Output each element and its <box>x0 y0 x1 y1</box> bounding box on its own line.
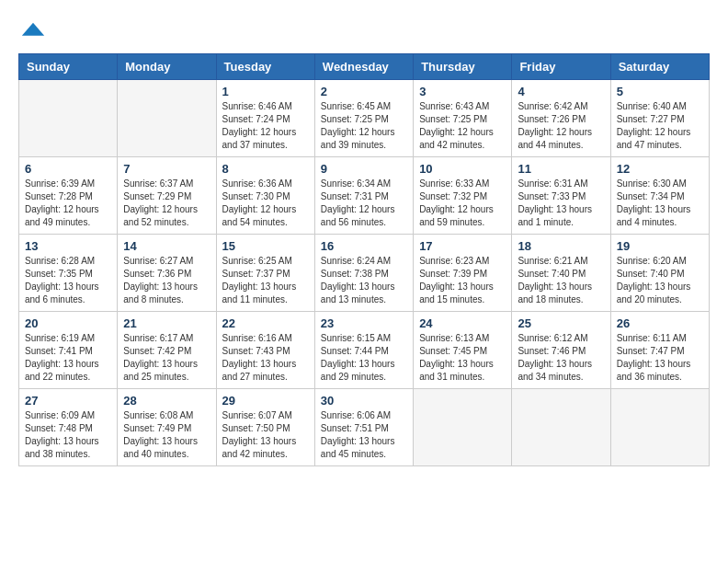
day-number: 27 <box>25 394 111 408</box>
day-number: 1 <box>222 85 309 98</box>
day-number: 28 <box>123 394 210 408</box>
day-number: 14 <box>123 239 210 253</box>
calendar-cell: 17Sunrise: 6:23 AM Sunset: 7:39 PM Dayli… <box>414 235 512 312</box>
calendar-table: SundayMondayTuesdayWednesdayThursdayFrid… <box>18 53 710 466</box>
day-info: Sunrise: 6:37 AM Sunset: 7:29 PM Dayligh… <box>123 178 210 229</box>
calendar-cell: 1Sunrise: 6:46 AM Sunset: 7:24 PM Daylig… <box>216 80 314 157</box>
calendar-cell <box>19 80 118 157</box>
calendar-cell: 14Sunrise: 6:27 AM Sunset: 7:36 PM Dayli… <box>118 235 216 312</box>
day-number: 4 <box>518 85 604 98</box>
day-info: Sunrise: 6:06 AM Sunset: 7:51 PM Dayligh… <box>321 409 407 461</box>
day-number: 29 <box>222 394 309 408</box>
calendar-cell <box>610 389 709 466</box>
calendar-week-1: 1Sunrise: 6:46 AM Sunset: 7:24 PM Daylig… <box>19 80 710 157</box>
calendar-cell: 6Sunrise: 6:39 AM Sunset: 7:28 PM Daylig… <box>19 157 118 235</box>
page-header <box>18 18 710 44</box>
calendar-week-5: 27Sunrise: 6:09 AM Sunset: 7:48 PM Dayli… <box>19 389 710 466</box>
calendar-cell <box>118 80 216 157</box>
day-info: Sunrise: 6:34 AM Sunset: 7:31 PM Dayligh… <box>321 178 407 229</box>
day-number: 26 <box>617 316 703 330</box>
calendar-cell: 19Sunrise: 6:20 AM Sunset: 7:40 PM Dayli… <box>610 235 709 312</box>
calendar-cell: 9Sunrise: 6:34 AM Sunset: 7:31 PM Daylig… <box>314 157 413 235</box>
day-number: 17 <box>419 239 506 253</box>
day-info: Sunrise: 6:07 AM Sunset: 7:50 PM Dayligh… <box>222 409 309 461</box>
logo-icon <box>20 18 46 44</box>
day-number: 24 <box>419 316 506 330</box>
calendar-header-row: SundayMondayTuesdayWednesdayThursdayFrid… <box>19 54 710 80</box>
calendar-cell: 29Sunrise: 6:07 AM Sunset: 7:50 PM Dayli… <box>216 389 314 466</box>
day-info: Sunrise: 6:46 AM Sunset: 7:24 PM Dayligh… <box>222 100 309 152</box>
day-number: 30 <box>321 394 407 408</box>
calendar-cell <box>512 389 610 466</box>
day-number: 21 <box>123 316 210 330</box>
calendar-cell: 3Sunrise: 6:43 AM Sunset: 7:25 PM Daylig… <box>414 80 512 157</box>
day-info: Sunrise: 6:25 AM Sunset: 7:37 PM Dayligh… <box>222 255 309 306</box>
calendar-cell: 4Sunrise: 6:42 AM Sunset: 7:26 PM Daylig… <box>512 80 610 157</box>
calendar-cell: 30Sunrise: 6:06 AM Sunset: 7:51 PM Dayli… <box>314 389 413 466</box>
calendar-cell: 22Sunrise: 6:16 AM Sunset: 7:43 PM Dayli… <box>216 312 314 389</box>
calendar-cell: 13Sunrise: 6:28 AM Sunset: 7:35 PM Dayli… <box>19 235 118 312</box>
day-info: Sunrise: 6:36 AM Sunset: 7:30 PM Dayligh… <box>222 178 309 229</box>
day-number: 6 <box>25 162 111 176</box>
calendar-cell: 18Sunrise: 6:21 AM Sunset: 7:40 PM Dayli… <box>512 235 610 312</box>
day-info: Sunrise: 6:42 AM Sunset: 7:26 PM Dayligh… <box>518 100 604 152</box>
day-info: Sunrise: 6:33 AM Sunset: 7:32 PM Dayligh… <box>419 178 506 229</box>
logo <box>18 18 46 44</box>
day-info: Sunrise: 6:12 AM Sunset: 7:46 PM Dayligh… <box>518 332 604 384</box>
day-info: Sunrise: 6:24 AM Sunset: 7:38 PM Dayligh… <box>321 255 407 306</box>
day-info: Sunrise: 6:40 AM Sunset: 7:27 PM Dayligh… <box>617 100 703 152</box>
calendar-cell: 28Sunrise: 6:08 AM Sunset: 7:49 PM Dayli… <box>118 389 216 466</box>
day-header-thursday: Thursday <box>414 54 512 80</box>
day-header-wednesday: Wednesday <box>314 54 413 80</box>
day-info: Sunrise: 6:11 AM Sunset: 7:47 PM Dayligh… <box>617 332 703 384</box>
day-info: Sunrise: 6:08 AM Sunset: 7:49 PM Dayligh… <box>123 409 210 461</box>
calendar-cell: 20Sunrise: 6:19 AM Sunset: 7:41 PM Dayli… <box>19 312 118 389</box>
calendar-cell: 25Sunrise: 6:12 AM Sunset: 7:46 PM Dayli… <box>512 312 610 389</box>
calendar-cell: 23Sunrise: 6:15 AM Sunset: 7:44 PM Dayli… <box>314 312 413 389</box>
day-number: 7 <box>123 162 210 176</box>
calendar-cell: 27Sunrise: 6:09 AM Sunset: 7:48 PM Dayli… <box>19 389 118 466</box>
day-number: 8 <box>222 162 309 176</box>
calendar-cell: 24Sunrise: 6:13 AM Sunset: 7:45 PM Dayli… <box>414 312 512 389</box>
day-info: Sunrise: 6:20 AM Sunset: 7:40 PM Dayligh… <box>617 255 703 306</box>
day-info: Sunrise: 6:43 AM Sunset: 7:25 PM Dayligh… <box>419 100 506 152</box>
calendar-cell: 26Sunrise: 6:11 AM Sunset: 7:47 PM Dayli… <box>610 312 709 389</box>
day-number: 25 <box>518 316 604 330</box>
day-info: Sunrise: 6:19 AM Sunset: 7:41 PM Dayligh… <box>25 332 111 384</box>
day-info: Sunrise: 6:09 AM Sunset: 7:48 PM Dayligh… <box>25 409 111 461</box>
calendar-cell: 8Sunrise: 6:36 AM Sunset: 7:30 PM Daylig… <box>216 157 314 235</box>
day-number: 9 <box>321 162 407 176</box>
day-info: Sunrise: 6:27 AM Sunset: 7:36 PM Dayligh… <box>123 255 210 306</box>
calendar-cell: 7Sunrise: 6:37 AM Sunset: 7:29 PM Daylig… <box>118 157 216 235</box>
svg-marker-0 <box>22 23 44 36</box>
calendar-week-3: 13Sunrise: 6:28 AM Sunset: 7:35 PM Dayli… <box>19 235 710 312</box>
day-info: Sunrise: 6:17 AM Sunset: 7:42 PM Dayligh… <box>123 332 210 384</box>
day-header-sunday: Sunday <box>19 54 118 80</box>
calendar-week-4: 20Sunrise: 6:19 AM Sunset: 7:41 PM Dayli… <box>19 312 710 389</box>
day-number: 15 <box>222 239 309 253</box>
day-header-tuesday: Tuesday <box>216 54 314 80</box>
day-number: 18 <box>518 239 604 253</box>
calendar-cell: 10Sunrise: 6:33 AM Sunset: 7:32 PM Dayli… <box>414 157 512 235</box>
day-number: 12 <box>617 162 703 176</box>
day-number: 16 <box>321 239 407 253</box>
day-number: 23 <box>321 316 407 330</box>
day-info: Sunrise: 6:23 AM Sunset: 7:39 PM Dayligh… <box>419 255 506 306</box>
day-header-monday: Monday <box>118 54 216 80</box>
calendar-cell: 21Sunrise: 6:17 AM Sunset: 7:42 PM Dayli… <box>118 312 216 389</box>
day-number: 20 <box>25 316 111 330</box>
day-info: Sunrise: 6:31 AM Sunset: 7:33 PM Dayligh… <box>518 178 604 229</box>
calendar-cell: 2Sunrise: 6:45 AM Sunset: 7:25 PM Daylig… <box>314 80 413 157</box>
calendar-cell: 15Sunrise: 6:25 AM Sunset: 7:37 PM Dayli… <box>216 235 314 312</box>
day-number: 10 <box>419 162 506 176</box>
calendar-cell: 12Sunrise: 6:30 AM Sunset: 7:34 PM Dayli… <box>610 157 709 235</box>
day-info: Sunrise: 6:13 AM Sunset: 7:45 PM Dayligh… <box>419 332 506 384</box>
day-info: Sunrise: 6:16 AM Sunset: 7:43 PM Dayligh… <box>222 332 309 384</box>
calendar-cell: 11Sunrise: 6:31 AM Sunset: 7:33 PM Dayli… <box>512 157 610 235</box>
day-info: Sunrise: 6:30 AM Sunset: 7:34 PM Dayligh… <box>617 178 703 229</box>
day-info: Sunrise: 6:39 AM Sunset: 7:28 PM Dayligh… <box>25 178 111 229</box>
calendar-cell: 5Sunrise: 6:40 AM Sunset: 7:27 PM Daylig… <box>610 80 709 157</box>
day-info: Sunrise: 6:15 AM Sunset: 7:44 PM Dayligh… <box>321 332 407 384</box>
day-info: Sunrise: 6:28 AM Sunset: 7:35 PM Dayligh… <box>25 255 111 306</box>
calendar-cell: 16Sunrise: 6:24 AM Sunset: 7:38 PM Dayli… <box>314 235 413 312</box>
